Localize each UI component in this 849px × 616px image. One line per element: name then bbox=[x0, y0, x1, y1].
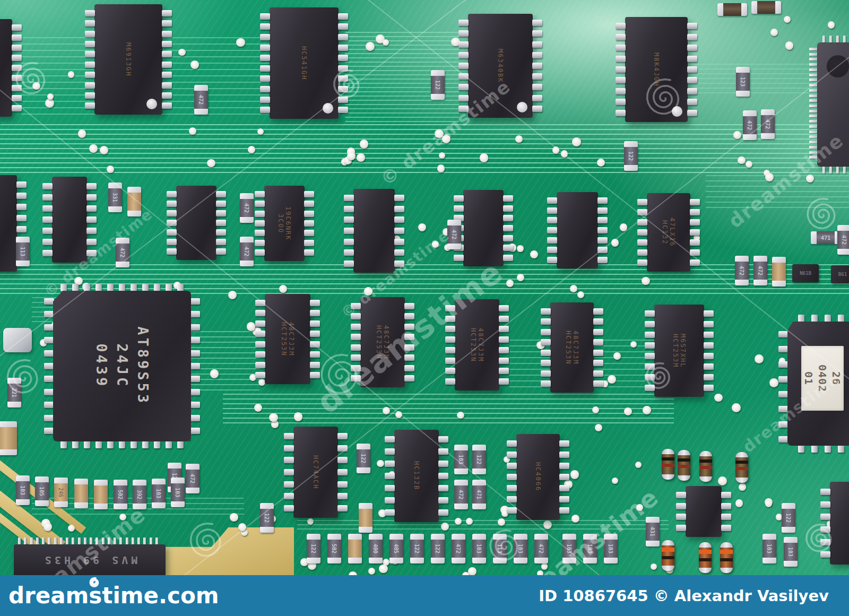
watermark-spiral-icon bbox=[488, 529, 523, 564]
watermark-text: dreamstime bbox=[309, 253, 510, 421]
watermark-spiral-icon bbox=[188, 522, 226, 560]
watermark-spiral-icon bbox=[644, 78, 685, 118]
footer-logo-text: dreamstime.com bbox=[8, 583, 219, 609]
footer-logo: dreamstime.com bbox=[8, 575, 219, 616]
watermark-spiral-icon bbox=[332, 69, 363, 101]
dreamstime-spiral-icon bbox=[88, 576, 101, 589]
watermark-text: dreamstime bbox=[739, 369, 844, 456]
watermark-line bbox=[0, 64, 637, 606]
footer-bar: dreamstime.com ID 10867645 © Alexandr Va… bbox=[0, 575, 849, 616]
watermark-spiral-icon bbox=[805, 197, 840, 232]
pcb-photo: M6913GHHC541GHM6340BKM8K4JGH19C6NRK 3COO… bbox=[0, 0, 849, 616]
watermark-spiral-icon bbox=[5, 359, 43, 397]
watermark-spiral-icon bbox=[89, 577, 100, 588]
footer-credit: ID 10867645 © Alexandr Vasilyev bbox=[539, 587, 829, 605]
watermark-layer: dreamstimedreamstimedreamstime© dreamsti… bbox=[0, 0, 849, 616]
watermark-text: © dreamstime bbox=[40, 205, 156, 300]
watermark-text: © dreamstime bbox=[376, 75, 514, 190]
watermark-spiral-icon bbox=[644, 362, 674, 392]
watermark-spiral-icon bbox=[804, 523, 836, 555]
watermark-spiral-icon bbox=[14, 62, 50, 98]
watermark-line bbox=[159, 32, 849, 595]
